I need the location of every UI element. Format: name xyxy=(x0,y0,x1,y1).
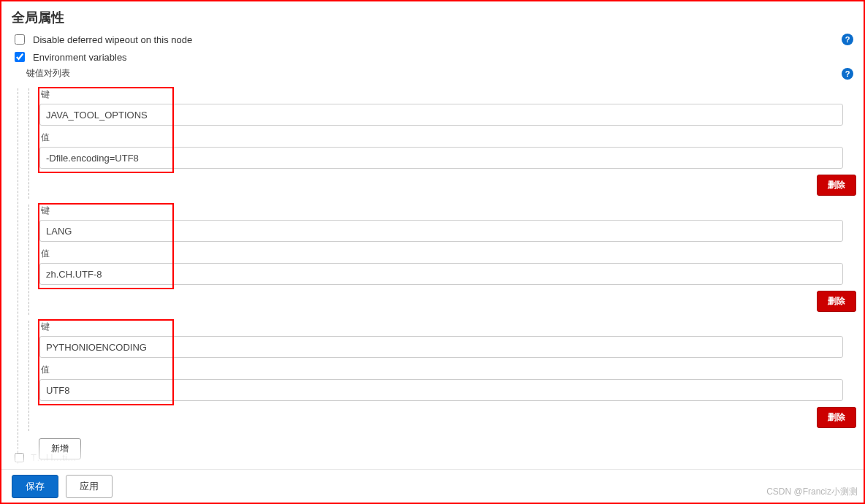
kv-list-label: 键值对列表 xyxy=(26,67,70,80)
disable-wipeout-checkbox[interactable] xyxy=(15,34,25,45)
cutoff-label: T…l l…ti… xyxy=(31,452,77,463)
delete-row: 删除 xyxy=(39,285,864,315)
config-window: 全局属性 Disable deferred wipeout on this no… xyxy=(0,0,865,504)
key-label: 键 xyxy=(41,205,864,217)
env-vars-row: Environment variables xyxy=(1,48,864,66)
bottom-bar: 保存 应用 xyxy=(1,469,864,503)
disable-wipeout-label: Disable deferred wipeout on this node xyxy=(33,34,192,45)
value-label: 值 xyxy=(41,131,864,144)
key-input[interactable] xyxy=(39,336,843,358)
key-label: 键 xyxy=(41,321,864,333)
value-input[interactable] xyxy=(39,147,843,169)
value-input[interactable] xyxy=(39,263,843,285)
disable-wipeout-row: Disable deferred wipeout on this node ? xyxy=(1,31,864,48)
cutoff-checkbox-row: T…l l…ti… xyxy=(12,451,77,465)
kv-list: 键 值 删除 键 值 删除 键 值 删除 xyxy=(18,88,864,464)
env-vars-label: Environment variables xyxy=(33,52,127,63)
key-label: 键 xyxy=(41,88,864,101)
delete-button[interactable]: 删除 xyxy=(817,407,856,428)
key-input[interactable] xyxy=(39,104,843,126)
delete-button[interactable]: 删除 xyxy=(817,175,856,196)
help-icon[interactable]: ? xyxy=(842,68,853,80)
delete-button[interactable]: 删除 xyxy=(817,291,856,312)
save-button[interactable]: 保存 xyxy=(12,475,58,498)
env-vars-checkbox[interactable] xyxy=(15,52,25,62)
kv-list-section: 键值对列表 ? xyxy=(1,66,864,83)
cutoff-checkbox[interactable] xyxy=(15,453,24,462)
kv-item: 键 值 删除 xyxy=(28,321,864,431)
apply-button[interactable]: 应用 xyxy=(66,475,113,498)
value-label: 值 xyxy=(41,248,864,260)
value-label: 值 xyxy=(41,364,864,376)
key-input[interactable] xyxy=(39,220,843,242)
kv-item: 键 值 删除 xyxy=(28,205,864,315)
help-icon[interactable]: ? xyxy=(842,34,853,45)
delete-row: 删除 xyxy=(39,401,864,431)
value-input[interactable] xyxy=(39,379,843,401)
delete-row: 删除 xyxy=(39,169,864,199)
page-title: 全局属性 xyxy=(1,1,864,31)
kv-item: 键 值 删除 xyxy=(28,88,864,199)
